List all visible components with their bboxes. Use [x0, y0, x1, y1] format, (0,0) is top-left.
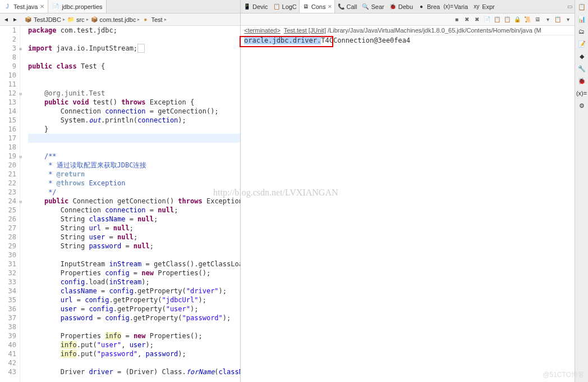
code-line[interactable]: System.out.println(connection);: [28, 116, 240, 125]
toolbar-button[interactable]: 📋: [493, 15, 502, 24]
line-number: 25: [0, 206, 16, 215]
code-line[interactable]: * 通过读取配置来获取JDBC连接: [28, 161, 240, 170]
code-line[interactable]: * @return: [28, 170, 240, 179]
code-line[interactable]: className = config.getProperty("driver")…: [28, 286, 240, 295]
line-number: 17: [0, 134, 16, 143]
fold-toggle[interactable]: ⊖: [17, 198, 22, 203]
code-line[interactable]: /**: [28, 152, 240, 161]
code-line[interactable]: [28, 134, 240, 143]
code-line[interactable]: import java.io.InputStream;: [28, 44, 240, 53]
console-output[interactable]: oracle.jdbc.driver.T4CConnection@3ee0fea…: [241, 35, 575, 382]
line-number: 30: [0, 251, 16, 260]
sidebar-tool-icon[interactable]: (x)=: [577, 89, 586, 98]
code-line[interactable]: [28, 71, 240, 80]
view-tab[interactable]: 📞Call: [335, 0, 360, 13]
view-tab[interactable]: ●Brea: [415, 0, 442, 13]
code-line[interactable]: public class Test {: [28, 62, 240, 71]
view-tab[interactable]: 🔍Sear: [359, 0, 386, 13]
code-line[interactable]: [28, 80, 240, 89]
code-line[interactable]: info.put("password", password);: [28, 349, 240, 358]
code-line[interactable]: public Connection getConection() throws …: [28, 197, 240, 206]
code-line[interactable]: String url = null;: [28, 224, 240, 233]
code-line[interactable]: [28, 53, 240, 62]
code-line[interactable]: package com.test.jdbc;: [28, 26, 240, 35]
code-line[interactable]: Driver driver = (Driver) Class.forName(c…: [28, 367, 240, 376]
close-icon[interactable]: ✕: [40, 3, 44, 10]
code-line[interactable]: [28, 322, 240, 331]
nav-back-icon[interactable]: ◄: [2, 16, 10, 24]
code-line[interactable]: Connection connection = null;: [28, 206, 240, 215]
sidebar-tool-icon[interactable]: 🔧: [577, 64, 586, 73]
code-line[interactable]: String user = null;: [28, 233, 240, 242]
code-line[interactable]: }: [28, 125, 240, 134]
bc-icon: 📦: [90, 16, 98, 24]
fold-toggle[interactable]: ⊖: [17, 153, 22, 158]
breadcrumb-item[interactable]: 📦TestJDBC: [22, 16, 63, 24]
code-line[interactable]: @org.junit.Test: [28, 89, 240, 98]
sidebar-tool-icon[interactable]: ◆: [577, 52, 586, 61]
line-number: 33: [0, 278, 16, 286]
toolbar-button[interactable]: 📋: [553, 15, 562, 24]
fold-toggle[interactable]: ⊕: [17, 45, 22, 50]
code-line[interactable]: * @throws Exception: [28, 179, 240, 188]
sidebar-tool-icon[interactable]: 🗂: [577, 27, 586, 36]
close-icon[interactable]: ✕: [328, 4, 332, 10]
toolbar-button[interactable]: 🖥: [533, 15, 542, 24]
line-number: 9: [0, 62, 16, 71]
sidebar-tool-icon[interactable]: 🐞: [577, 76, 586, 85]
code-line[interactable]: url = config.getProperty("jdbcUrl");: [28, 295, 240, 304]
code-line[interactable]: Properties config = new Properties();: [28, 269, 240, 278]
sidebar-tool-icon[interactable]: 📝: [577, 39, 586, 48]
view-tab[interactable]: 🐞Debu: [387, 0, 415, 13]
breadcrumb-item[interactable]: 📁src: [65, 16, 86, 24]
sidebar-tool-icon[interactable]: 📊: [577, 15, 586, 24]
code-line[interactable]: Connection connection = getConection();: [28, 107, 240, 116]
view-tab[interactable]: (x)=Varia: [442, 0, 470, 13]
code-line[interactable]: [28, 358, 240, 367]
code-line[interactable]: [28, 35, 240, 44]
editor-pane: JTest.java✕📄jdbc.properties ◄ ► 📦TestJDB…: [0, 0, 241, 382]
code-editor[interactable]: 123⊕89101112⊖13141516171819⊖2021222324⊖2…: [0, 26, 240, 382]
launch-path: /Library/Java/JavaVirtualMachines/jdk1.8…: [326, 27, 541, 34]
nav-fwd-icon[interactable]: ►: [11, 16, 19, 24]
toolbar-button[interactable]: ✖: [462, 15, 471, 24]
bc-icon: 📦: [24, 16, 32, 24]
breadcrumb-item[interactable]: ●Test: [140, 16, 164, 24]
editor-tab[interactable]: 📄jdbc.properties: [48, 0, 106, 13]
code-line[interactable]: [28, 143, 240, 152]
toolbar-button[interactable]: 📄: [483, 15, 491, 24]
toolbar-button[interactable]: 🔒: [513, 15, 522, 24]
code-line[interactable]: user = config.getProperty("user");: [28, 304, 240, 313]
sidebar-tool-icon[interactable]: ⚙: [577, 101, 586, 110]
minimize-icon[interactable]: ▭: [565, 3, 575, 10]
toolbar-button[interactable]: ■: [452, 15, 461, 24]
toolbar-button[interactable]: 📜: [523, 15, 532, 24]
code-line[interactable]: InputStream inStream = getClass().getCla…: [28, 260, 240, 269]
code-line[interactable]: */: [28, 188, 240, 197]
code-line[interactable]: password = config.getProperty("password"…: [28, 313, 240, 322]
view-tab[interactable]: 🖥Cons✕: [299, 0, 335, 13]
view-tab[interactable]: xyExpr: [470, 0, 497, 13]
editor-tab[interactable]: JTest.java✕: [0, 0, 48, 13]
code-line[interactable]: Properties info = new Properties();: [28, 331, 240, 340]
code-line[interactable]: String className = null;: [28, 215, 240, 224]
line-number: 26: [0, 215, 16, 224]
view-tab[interactable]: 📱Devic: [241, 0, 270, 13]
code-line[interactable]: [28, 251, 240, 260]
file-icon: J: [3, 3, 11, 11]
view-icon: xy: [472, 3, 480, 11]
toolbar-button[interactable]: 📋: [503, 15, 512, 24]
view-tab[interactable]: 📋LogC: [270, 0, 299, 13]
code-line[interactable]: String password = null;: [28, 242, 240, 251]
toolbar-button[interactable]: ▾: [563, 15, 572, 24]
breadcrumb-item[interactable]: 📦com.test.jdbc: [89, 16, 138, 24]
fold-toggle[interactable]: ⊖: [17, 90, 22, 95]
toolbar-button[interactable]: ✖: [472, 15, 481, 24]
terminated-label: <terminated>: [244, 27, 281, 34]
code-line[interactable]: public void test() throws Exception {: [28, 98, 240, 107]
view-label: Expr: [482, 3, 495, 10]
sidebar-tool-icon[interactable]: 📋: [577, 2, 586, 11]
code-line[interactable]: config.load(inStream);: [28, 278, 240, 286]
toolbar-button[interactable]: ▾: [543, 15, 552, 24]
code-line[interactable]: info.put("user", user);: [28, 340, 240, 349]
